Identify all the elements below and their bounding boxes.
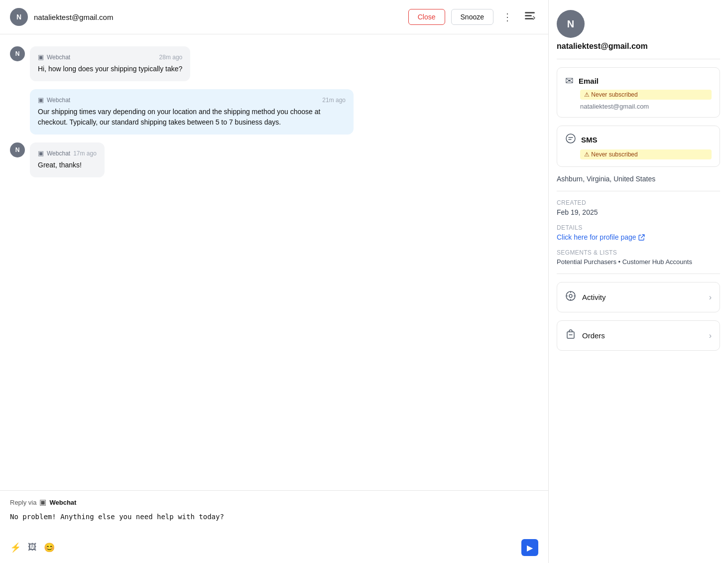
details-section: Details Click here for profile page // s… <box>557 224 720 241</box>
details-label: Details <box>557 224 720 231</box>
divider <box>557 191 720 191</box>
reply-via: Reply via ▣ Webchat <box>10 498 538 507</box>
created-label: Created <box>557 199 720 206</box>
transcript-button[interactable] <box>521 9 538 25</box>
channel-label: Webchat <box>47 150 70 157</box>
location-section: Ashburn, Virginia, United States <box>557 175 720 183</box>
contact-header: N nataliektest@gmail.com <box>557 10 720 59</box>
contact-name: nataliektest@gmail.com <box>557 42 648 51</box>
email-card-header: ✉ Email <box>565 75 712 87</box>
message-bubble-customer-1: ▣ Webchat 28m ago Hi, how long does your… <box>30 46 190 81</box>
segments-section: Segments & lists Potential Purchasers • … <box>557 249 720 266</box>
timestamp: 21m ago <box>322 97 346 104</box>
sms-card-header: SMS <box>565 133 712 146</box>
webchat-icon: ▣ <box>38 96 44 104</box>
orders-row[interactable]: Orders › <box>557 320 720 351</box>
activity-icon <box>565 290 576 304</box>
timestamp: 28m ago <box>159 54 183 61</box>
table-row: N ▣ Webchat 28m ago Hi, how long does yo… <box>10 46 538 81</box>
reply-toolbar-icons: ⚡ 🖼 😊 <box>10 542 55 553</box>
created-section: Created Feb 19, 2025 <box>557 199 720 216</box>
svg-rect-0 <box>525 12 535 13</box>
left-panel: N nataliektest@gmail.com Close Snooze ⋮ … <box>0 0 549 563</box>
activity-label: Activity <box>582 293 703 301</box>
reply-box: Reply via ▣ Webchat ⚡ 🖼 😊 ▶ <box>0 490 548 563</box>
message-bubble-customer-3: ▣ Webchat 17m ago Great, thanks! <box>30 142 105 177</box>
timestamp: 17m ago <box>73 150 97 157</box>
message-meta: ▣ Webchat 21m ago <box>38 96 346 104</box>
send-button[interactable]: ▶ <box>521 539 538 556</box>
emoji-icon[interactable]: 😊 <box>44 542 55 553</box>
sms-subscription-badge: ⚠ Never subscribed <box>580 149 712 159</box>
table-row: N ▣ Webchat 17m ago Great, thanks! <box>10 142 538 177</box>
reply-toolbar: ⚡ 🖼 😊 ▶ <box>10 539 538 556</box>
conversation-title: nataliektest@gmail.com <box>34 13 402 21</box>
svg-point-3 <box>566 134 575 143</box>
location-value: Ashburn, Virginia, United States <box>557 175 720 183</box>
svg-rect-2 <box>525 18 533 19</box>
segments-value: Potential Purchasers • Customer Hub Acco… <box>557 258 720 266</box>
message-text: Our shipping times vary depending on you… <box>38 107 346 128</box>
message-meta: ▣ Webchat 17m ago <box>38 149 97 157</box>
avatar: N <box>10 8 28 26</box>
more-options-button[interactable]: ⋮ <box>499 9 515 25</box>
divider <box>557 274 720 274</box>
email-card: ✉ Email ⚠ Never subscribed nataliektest@… <box>557 67 720 118</box>
transcript-icon <box>524 11 535 23</box>
chevron-right-icon: › <box>709 293 712 302</box>
more-options-icon: ⋮ <box>502 11 512 23</box>
activity-row[interactable]: Activity › <box>557 282 720 312</box>
message-text: Hi, how long does your shipping typicall… <box>38 64 182 74</box>
orders-icon <box>565 329 576 342</box>
message-text: Great, thanks! <box>38 160 97 170</box>
email-card-title: Email <box>579 77 599 85</box>
orders-label: Orders <box>582 331 703 340</box>
close-button[interactable]: Close <box>408 9 445 25</box>
segments-label: Segments & lists <box>557 249 720 256</box>
table-row: ▣ Webchat 21m ago Our shipping times var… <box>10 89 538 135</box>
reply-channel-label: Webchat <box>49 499 76 506</box>
email-subscription-badge: ⚠ Never subscribed <box>580 90 712 100</box>
reply-input[interactable] <box>10 512 538 533</box>
message-meta: ▣ Webchat 28m ago <box>38 53 182 61</box>
sms-card: SMS ⚠ Never subscribed <box>557 126 720 167</box>
svg-point-7 <box>569 294 572 297</box>
send-icon: ▶ <box>527 543 533 553</box>
chat-area: N ▣ Webchat 28m ago Hi, how long does yo… <box>0 34 548 490</box>
email-address: nataliektest@gmail.com <box>580 103 712 110</box>
webchat-icon: ▣ <box>38 53 44 61</box>
webchat-icon: ▣ <box>38 149 44 157</box>
created-value: Feb 19, 2025 <box>557 208 720 216</box>
sms-card-title: SMS <box>581 136 598 144</box>
channel-label: Webchat <box>47 54 70 61</box>
avatar: N <box>10 46 25 61</box>
message-bubble-reply: ▣ Webchat 21m ago Our shipping times var… <box>30 89 354 135</box>
image-icon[interactable]: 🖼 <box>28 542 37 553</box>
reply-via-label: Reply via <box>10 499 36 506</box>
right-panel: N nataliektest@gmail.com ✉ Email ⚠ Never… <box>549 0 728 563</box>
svg-rect-1 <box>525 15 532 16</box>
profile-page-link[interactable]: Click here for profile page <box>557 233 720 241</box>
webchat-channel-icon: ▣ <box>39 498 46 507</box>
conversation-header: N nataliektest@gmail.com Close Snooze ⋮ <box>0 0 548 34</box>
channel-label: Webchat <box>47 97 70 104</box>
avatar: N <box>10 142 25 157</box>
snooze-button[interactable]: Snooze <box>451 9 493 25</box>
email-icon: ✉ <box>565 75 574 87</box>
contact-avatar: N <box>557 10 585 38</box>
sms-icon <box>565 133 576 146</box>
lightning-icon[interactable]: ⚡ <box>10 542 21 553</box>
chevron-right-icon: › <box>709 331 712 340</box>
